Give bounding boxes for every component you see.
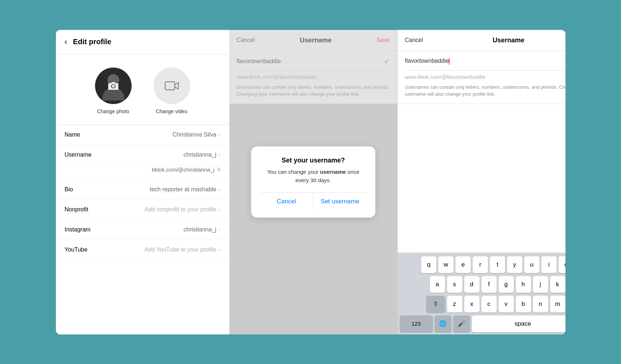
keyboard-spacer: [398, 104, 565, 253]
change-video-label: Change video: [156, 108, 187, 114]
instagram-value: christianna_j: [183, 226, 216, 233]
key-n[interactable]: n: [533, 296, 548, 313]
key-s[interactable]: s: [447, 276, 462, 293]
key-v[interactable]: v: [499, 296, 514, 313]
field-row-instagram[interactable]: Instagram christianna_j ›: [56, 220, 229, 240]
back-button[interactable]: ‹: [65, 37, 67, 47]
space-key[interactable]: space: [472, 315, 565, 332]
key-j[interactable]: j: [533, 276, 548, 293]
field-value-bio: tech reporter at mashable ›: [150, 186, 220, 193]
key-m[interactable]: m: [550, 296, 565, 313]
key-a[interactable]: a: [430, 276, 445, 293]
nonprofit-value: Add nonprofit to your profile: [144, 206, 216, 213]
key-w[interactable]: w: [438, 256, 454, 273]
key-y[interactable]: y: [507, 256, 522, 273]
page-title: Edit profile: [73, 38, 111, 46]
key-r[interactable]: r: [473, 256, 488, 273]
text-cursor: [449, 58, 450, 65]
key-f[interactable]: f: [481, 276, 497, 293]
change-photo-button[interactable]: Change photo: [95, 68, 132, 114]
name-value: Christianna Silva: [173, 131, 216, 138]
right-title: Username: [493, 37, 525, 44]
right-header: Cancel Username Save: [398, 30, 565, 51]
field-value-instagram: christianna_j ›: [183, 226, 220, 233]
key-h[interactable]: h: [516, 276, 531, 293]
nonprofit-chevron: ›: [219, 207, 220, 212]
mic-key[interactable]: 🎤: [453, 315, 470, 332]
video-circle: [154, 68, 190, 104]
profile-photo: [95, 68, 132, 104]
inner-wrapper: ‹ Edit profile Change photo: [56, 30, 565, 334]
key-t[interactable]: t: [490, 256, 505, 273]
field-row-nonprofit[interactable]: Nonprofit Add nonprofit to your profile …: [56, 200, 229, 220]
key-z[interactable]: z: [447, 296, 462, 313]
dialog-cancel-button[interactable]: Cancel: [260, 193, 314, 210]
key-b[interactable]: b: [516, 296, 531, 313]
key-i[interactable]: i: [541, 256, 557, 273]
change-video-button[interactable]: Change video: [154, 68, 190, 114]
middle-panel: Cancel Username Save flavortownbaddie ✓ …: [230, 30, 398, 334]
field-label-bio: Bio: [65, 186, 73, 193]
edit-profile-header: ‹ Edit profile: [56, 30, 229, 54]
field-row-bio[interactable]: Bio tech reporter at mashable ›: [56, 180, 229, 200]
bio-value: tech reporter at mashable: [150, 186, 216, 193]
field-row-youtube[interactable]: YouTube Add YouTube to your profile ›: [56, 240, 229, 260]
svg-rect-1: [165, 82, 175, 90]
tiktok-link-text: tiktok.com/@christianna_j: [152, 166, 214, 173]
field-row-username[interactable]: Username christianna_j ›: [56, 145, 229, 165]
key-q[interactable]: q: [421, 256, 436, 273]
dialog-buttons: Cancel Set username: [260, 192, 367, 210]
dialog-title: Set your username?: [260, 157, 367, 164]
dialog-body: You can change your username once every …: [260, 168, 367, 184]
photo-section: Change photo Change video: [56, 54, 229, 125]
field-label-username: Username: [65, 152, 92, 158]
key-u[interactable]: u: [524, 256, 539, 273]
keyboard: q w e r t y u i o p a s d f g: [398, 253, 565, 334]
field-value-youtube: Add YouTube to your profile ›: [144, 246, 220, 253]
username-value: christianna_j: [183, 152, 216, 158]
username-field-right[interactable]: flavortownbaddie: [405, 58, 565, 65]
copy-icon[interactable]: ⎘: [217, 166, 220, 172]
right-cancel-button[interactable]: Cancel: [405, 37, 423, 43]
key-e[interactable]: e: [455, 256, 471, 273]
youtube-chevron: ›: [219, 247, 220, 253]
key-d[interactable]: d: [464, 276, 480, 293]
right-input-section: flavortownbaddie ✓ www.tiktok.com/@flavo…: [398, 51, 565, 104]
svg-point-0: [112, 85, 115, 88]
field-value-name: Christianna Silva ›: [173, 131, 220, 138]
instagram-chevron: ›: [219, 227, 220, 233]
camera-overlay: [95, 68, 132, 104]
right-panel: Cancel Username Save flavortownbaddie ✓ …: [398, 30, 565, 334]
keyboard-row-1: q w e r t y u i o p: [400, 256, 565, 273]
dialog-body-bold: username: [320, 169, 346, 175]
field-label-youtube: YouTube: [65, 246, 88, 253]
right-username-row: flavortownbaddie ✓: [405, 57, 565, 70]
set-username-dialog: Set your username? You can change your u…: [251, 146, 375, 218]
numbers-key[interactable]: 123: [400, 315, 433, 332]
field-value-username: christianna_j ›: [183, 152, 220, 158]
key-k[interactable]: k: [550, 276, 565, 293]
username-hint-right: Usernames can contain only letters, numb…: [405, 80, 565, 98]
keyboard-row-2: a s d f g h j k l: [400, 276, 565, 293]
key-g[interactable]: g: [499, 276, 514, 293]
bio-chevron: ›: [219, 187, 220, 192]
key-c[interactable]: c: [481, 296, 497, 313]
username-chevron: ›: [219, 152, 220, 158]
field-row-name[interactable]: Name Christianna Silva ›: [56, 125, 229, 145]
youtube-value: Add YouTube to your profile: [144, 246, 216, 253]
key-o[interactable]: o: [558, 256, 565, 273]
keyboard-bottom-row: 123 🌐 🎤 space return: [400, 315, 565, 332]
tiktok-link-row[interactable]: tiktok.com/@christianna_j ⎘: [56, 165, 229, 180]
globe-key[interactable]: 🌐: [435, 315, 451, 332]
key-x[interactable]: x: [464, 296, 480, 313]
name-chevron: ›: [219, 132, 220, 138]
shift-key[interactable]: ⇧: [426, 296, 445, 313]
dialog-body-part1: You can change your: [267, 169, 320, 175]
dialog-set-username-button[interactable]: Set username: [314, 193, 367, 210]
field-label-instagram: Instagram: [65, 226, 91, 233]
outer-card: ‹ Edit profile Change photo: [49, 23, 572, 341]
left-panel: ‹ Edit profile Change photo: [56, 30, 230, 334]
field-label-nonprofit: Nonprofit: [65, 206, 88, 213]
profile-fields: Name Christianna Silva › Username christ…: [56, 125, 229, 334]
field-label-name: Name: [65, 131, 80, 138]
